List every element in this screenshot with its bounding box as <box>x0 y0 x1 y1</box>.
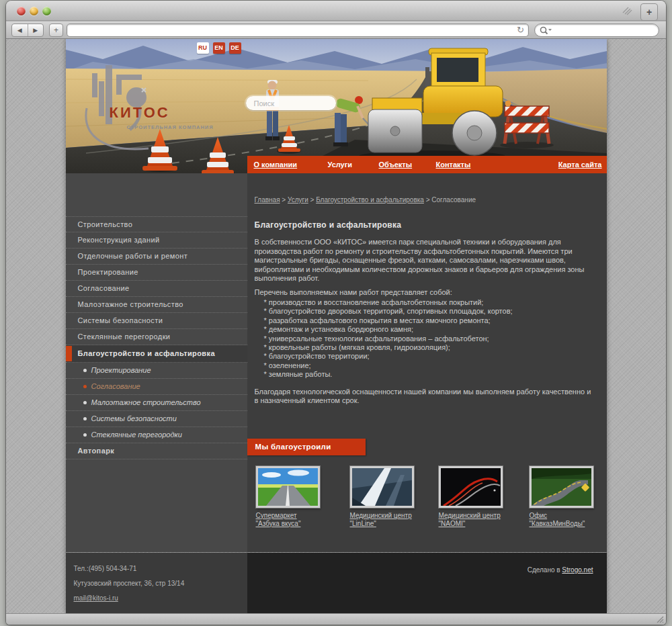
gallery-banner: Мы благоустроили <box>247 439 366 455</box>
list-item: * разработка асфальтового покрытия в мес… <box>264 316 599 325</box>
browser-toolbar: ◀ ▶ + ↻ <box>6 21 666 39</box>
browser-search-bar[interactable] <box>534 24 659 37</box>
list-item: * благоустройство территории; <box>264 352 599 361</box>
list-item: * земляные работы. <box>264 370 599 379</box>
nav-objects[interactable]: Объекты <box>379 156 413 173</box>
thumb-curvy-mountain-road[interactable] <box>530 466 593 508</box>
breadcrumb-separator: > <box>426 196 430 204</box>
bullet-icon <box>83 369 87 372</box>
thumb-road-motion-blur[interactable] <box>350 466 414 508</box>
list-item: * производство и восстановление асфальто… <box>264 298 599 307</box>
footer-email-link[interactable]: mail@kitos-i.ru <box>74 594 118 602</box>
close-button[interactable] <box>17 7 26 15</box>
nav-sitemap[interactable]: Карта сайта <box>558 156 602 173</box>
site-search <box>246 96 336 110</box>
address-bar[interactable]: ↻ <box>67 24 529 37</box>
forward-button[interactable]: ▶ <box>28 24 44 36</box>
new-tab-button[interactable]: + <box>640 3 658 21</box>
sidebar-menu: Строительство Реконструкция зданий Отдел… <box>66 173 247 459</box>
sidebar-item-finishing[interactable]: Отделочные работы и ремонт <box>66 249 247 265</box>
lang-en-button[interactable]: EN <box>213 42 225 54</box>
back-button[interactable]: ◀ <box>12 24 28 36</box>
works-list: * производство и восстановление асфальто… <box>264 298 599 379</box>
address-input[interactable] <box>73 25 509 36</box>
breadcrumb-separator: > <box>310 196 314 204</box>
list-item: * озеленение; <box>264 361 599 370</box>
gallery-item: Медицинский центр"LinLine" <box>350 466 437 528</box>
submenu-item-partitions[interactable]: Стеклянные перегородки <box>66 427 247 443</box>
made-in-text: Сделано в <box>528 566 562 574</box>
footer-credits: Сделано в Strogo.net <box>247 553 607 613</box>
list-item: * кровельные работы (мягкая кровля, гидр… <box>264 343 599 352</box>
sidebar-item-lowrise[interactable]: Малоэтажное строительство <box>66 297 247 313</box>
reload-icon[interactable]: ↻ <box>517 25 524 35</box>
resize-grip[interactable] <box>656 615 664 623</box>
active-marker <box>66 346 72 361</box>
sidebar-item-landscaping-active[interactable]: Благоустройство и асфальтировка <box>66 345 247 363</box>
submenu-label: Проектирование <box>91 366 151 374</box>
sidebar-item-security[interactable]: Системы безопасности <box>66 313 247 329</box>
footer-phone: Тел.:(495) 504-34-71 <box>74 565 247 572</box>
gallery-item: Медицинский центр"NAOMI" <box>439 466 526 528</box>
add-bookmark-button[interactable]: + <box>49 24 63 37</box>
list-item: * демонтаж и установка бордюрного камня; <box>264 325 599 334</box>
logo-title: КИТОС <box>110 104 170 122</box>
sidebar-item-reconstruction[interactable]: Реконструкция зданий <box>66 232 247 249</box>
site-wrapper: КИТОС СТРОИТЕЛЬНАЯ КОМПАНИЯ RU EN DE О к… <box>66 39 607 613</box>
bullet-icon <box>83 433 87 437</box>
gallery: Супермаркет"Азбука вкуса" <box>247 466 607 540</box>
nav-services[interactable]: Услуги <box>328 156 353 173</box>
company-logo[interactable]: КИТОС СТРОИТЕЛЬНАЯ КОМПАНИЯ <box>83 62 204 163</box>
thumb-night-light-trails[interactable] <box>439 466 503 508</box>
site-header: КИТОС СТРОИТЕЛЬНАЯ КОМПАНИЯ RU EN DE О к… <box>66 39 607 173</box>
tab-overview-icon <box>620 6 632 15</box>
site-search-input[interactable] <box>246 96 336 110</box>
main-nav: О компании Услуги Объекты Контакты Карта… <box>247 156 607 173</box>
footer-address: Кутузовский проспект, 36, стр 13/14 <box>74 580 247 587</box>
sidebar-active-label: Благоустройство и асфальтировка <box>78 349 215 357</box>
zoom-button[interactable] <box>42 7 51 15</box>
thumb-road-green-field[interactable] <box>256 466 320 508</box>
list-intro: Перечень выполняемых нами работ представ… <box>255 288 599 298</box>
gallery-link-kavkaz[interactable]: Офис"КавказМинВоды" <box>530 512 617 528</box>
submenu-item-design[interactable]: Проектирование <box>66 363 247 379</box>
submenu-label: Стеклянные перегородки <box>91 431 182 439</box>
submenu-item-approval-current[interactable]: Согласование <box>66 379 247 395</box>
closing-paragraph: Благодаря технологической оснащенности н… <box>255 388 597 406</box>
minimize-button[interactable] <box>30 7 38 15</box>
breadcrumb-separator: > <box>282 196 286 204</box>
browser-search-input[interactable] <box>555 25 655 36</box>
breadcrumb-landscaping[interactable]: Благоустройство и асфальтировка <box>316 196 424 204</box>
window-titlebar[interactable]: + <box>6 1 666 21</box>
logo-subtitle: СТРОИТЕЛЬНАЯ КОМПАНИЯ <box>127 124 214 130</box>
intro-paragraph: В собственности ООО «КИТОС» имеется парк… <box>255 238 597 283</box>
language-switcher: RU EN DE <box>197 42 241 54</box>
submenu-label: Системы безопасности <box>91 414 177 422</box>
sidebar-item-design[interactable]: Проектирование <box>66 265 247 281</box>
submenu-item-security[interactable]: Системы безопасности <box>66 411 247 427</box>
strogo-link[interactable]: Strogo.net <box>562 566 593 574</box>
sidebar-item-autopark[interactable]: Автопарк <box>66 443 247 459</box>
breadcrumb-home[interactable]: Главная <box>255 196 280 204</box>
lang-ru-button[interactable]: RU <box>197 42 209 54</box>
breadcrumb: Главная > Услуги > Благоустройство и асф… <box>255 196 599 204</box>
sidebar-item-partitions[interactable]: Стеклянные перегородки <box>66 329 247 345</box>
sidebar-item-approval[interactable]: Согласование <box>66 281 247 297</box>
page-body: Строительство Реконструкция зданий Отдел… <box>66 173 607 552</box>
browser-statusbar <box>6 613 666 625</box>
nav-about[interactable]: О компании <box>254 156 298 173</box>
breadcrumb-services[interactable]: Услуги <box>288 196 308 204</box>
submenu-item-lowrise[interactable]: Малоэтажное строительство <box>66 395 247 411</box>
list-item: * универсальные технологии асфальтирован… <box>264 334 599 343</box>
search-icon <box>540 26 553 35</box>
bullet-icon <box>83 417 87 420</box>
nav-contacts[interactable]: Контакты <box>436 156 471 173</box>
gallery-link-linline[interactable]: Медицинский центр"LinLine" <box>350 512 437 528</box>
gallery-link-azbuka[interactable]: Супермаркет"Азбука вкуса" <box>256 512 343 528</box>
lang-de-button[interactable]: DE <box>229 42 241 54</box>
gallery-item: Супермаркет"Азбука вкуса" <box>256 466 343 528</box>
gallery-link-naomi[interactable]: Медицинский центр"NAOMI" <box>439 512 526 528</box>
browser-viewport: КИТОС СТРОИТЕЛЬНАЯ КОМПАНИЯ RU EN DE О к… <box>6 39 666 613</box>
sidebar-item-construction[interactable]: Строительство <box>66 216 247 232</box>
breadcrumb-current: Согласование <box>431 196 476 204</box>
